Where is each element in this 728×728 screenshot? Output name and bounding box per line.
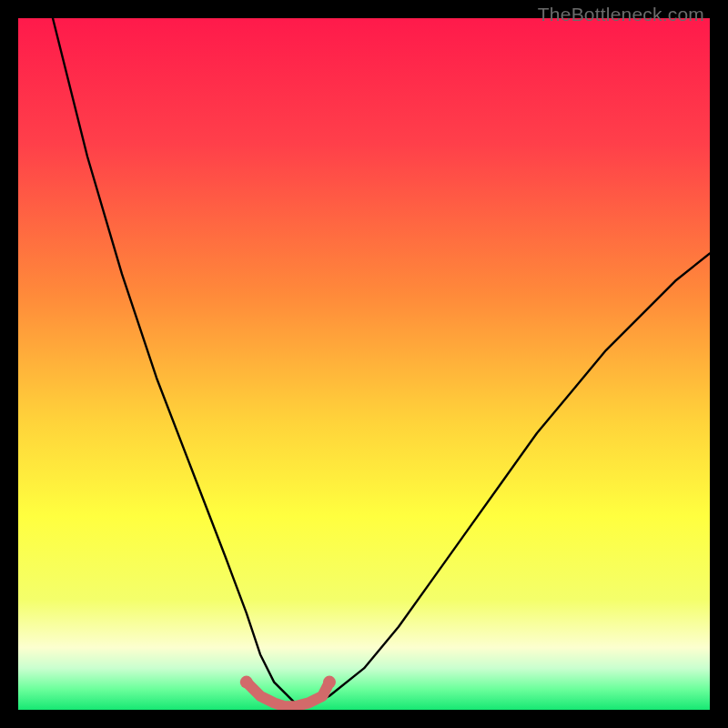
svg-point-2 <box>323 676 336 689</box>
curve-layer <box>18 18 710 710</box>
svg-point-1 <box>240 676 253 689</box>
trough-highlight <box>247 682 329 707</box>
chart-frame: TheBottleneck.com <box>0 0 728 728</box>
bottleneck-curve <box>53 18 710 703</box>
plot-area <box>18 18 710 710</box>
watermark-text: TheBottleneck.com <box>538 4 704 25</box>
